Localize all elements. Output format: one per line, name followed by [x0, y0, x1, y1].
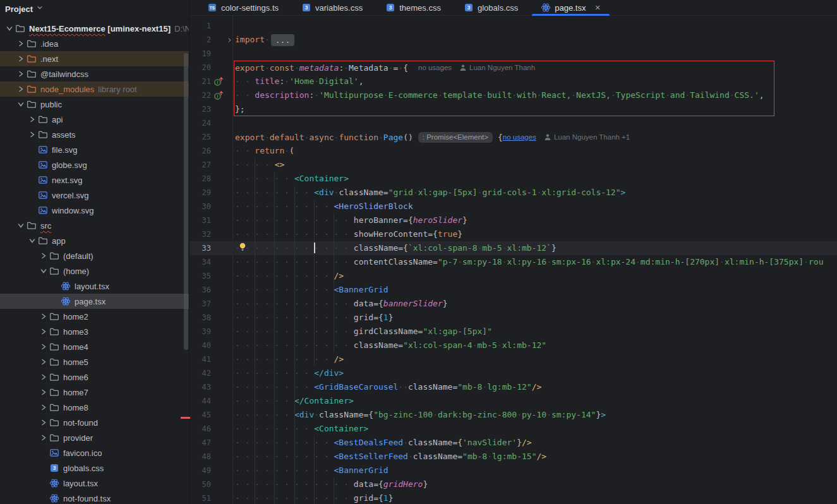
tree-item-next15-ecommerce[interactable]: Next15-Ecommerce [uminex-next15]D:\N: [0, 21, 190, 36]
code-line-1[interactable]: 1: [190, 19, 837, 33]
code-text[interactable]: · · · · · · · · · · <BannerGrid: [235, 464, 837, 477]
code-text[interactable]: · · · · · · · · · · · · grid={1}: [235, 491, 837, 504]
code-text[interactable]: export·default·async·function·Page(): Pr…: [235, 130, 837, 144]
code-text[interactable]: [235, 19, 837, 33]
code-line-26[interactable]: 26· · return·(: [190, 144, 837, 158]
override-gutter-icon[interactable]: I: [211, 88, 226, 102]
chevron-right-icon[interactable]: [38, 342, 49, 352]
chevron-right-icon[interactable]: [38, 417, 49, 428]
code-line-23[interactable]: 23};: [190, 102, 837, 116]
code-line-31[interactable]: 31· · · · · · · · · · · · heroBanner={he…: [190, 213, 837, 227]
close-icon[interactable]: ✕: [594, 4, 600, 11]
chevron-right-icon[interactable]: [38, 251, 49, 261]
code-text[interactable]: · · · · · · · · · · · · grid={1}: [235, 311, 837, 325]
code-text[interactable]: · · · · · · <Container>: [235, 172, 837, 186]
code-text[interactable]: · · · · · · · · <div·className="grid·xl:…: [235, 186, 837, 200]
code-text[interactable]: · · · · · · · · · · · · contentClassName…: [235, 255, 837, 269]
code-text[interactable]: [235, 47, 837, 61]
code-text[interactable]: · · · · · · · · · · <BannerGrid: [235, 283, 837, 297]
tree-item-next.svg[interactable]: next.svg: [0, 172, 190, 188]
code-line-41[interactable]: 41· · · · · · · · · · />: [190, 352, 837, 366]
code-line-36[interactable]: 36· · · · · · · · · · <BannerGrid: [190, 283, 837, 297]
code-line-29[interactable]: 29· · · · · · · · <div·className="grid·x…: [190, 186, 837, 200]
code-line-32[interactable]: 32· · · · · · · · · · · · showHeroConten…: [190, 227, 837, 241]
code-text[interactable]: · · · · · · · · </div>: [235, 366, 837, 380]
chevron-down-icon[interactable]: [35, 3, 44, 15]
code-editor[interactable]: 12import·...1920export·const·metadata:·M…: [190, 19, 837, 504]
code-text[interactable]: · · · · · · · · · · · · className={`xl:c…: [235, 241, 837, 255]
code-line-50[interactable]: 50· · · · · · · · · · · · data={gridHero…: [190, 477, 837, 491]
folded-code-chip[interactable]: ...: [271, 34, 294, 46]
chevron-right-icon[interactable]: [38, 433, 49, 443]
code-text[interactable]: · · · · · · · · · · · · data={bannerSlid…: [235, 297, 837, 311]
tree-item-node_modules[interactable]: node_moduleslibrary root: [0, 81, 190, 97]
chevron-right-icon[interactable]: [38, 387, 49, 397]
tree-item-(home)[interactable]: (home): [0, 263, 190, 279]
code-line-30[interactable]: 30· · · · · · · · · · <HeroSliderBlock: [190, 200, 837, 213]
tree-item-window.svg[interactable]: window.svg: [0, 203, 190, 218]
code-text[interactable]: [235, 116, 837, 130]
tab-color-settings-ts[interactable]: TScolor-settings.ts: [196, 0, 290, 15]
chevron-right-icon[interactable]: [38, 357, 49, 367]
code-line-19[interactable]: 19: [190, 47, 837, 61]
chevron-down-icon[interactable]: [15, 99, 27, 109]
code-line-37[interactable]: 37· · · · · · · · · · · · data={bannerSl…: [190, 297, 837, 311]
chevron-right-icon[interactable]: [38, 402, 49, 412]
code-line-45[interactable]: 45· · · · · · <div·className={"bg-zinc-1…: [190, 408, 837, 422]
tree-item-home4[interactable]: home4: [0, 339, 190, 354]
code-line-40[interactable]: 40· · · · · · · · · · · · className="xl:…: [190, 339, 837, 352]
tree-item-not-found.tsx[interactable]: not-found.tsx: [0, 491, 190, 504]
code-line-22[interactable]: 22I· · description:·'Multipurpose·E-comm…: [190, 88, 837, 102]
chevron-down-icon[interactable]: [4, 23, 15, 33]
code-line-2[interactable]: 2import·...: [190, 33, 837, 47]
code-text[interactable]: · · · · · · · · · · · · data={gridHero}: [235, 477, 837, 491]
tree-item-home2[interactable]: home2: [0, 309, 190, 324]
code-line-33[interactable]: 33· · · · · · · · · · · · className={`xl…: [190, 241, 837, 255]
code-line-44[interactable]: 44· · · · · · </Container>: [190, 394, 837, 408]
tree-item-home8[interactable]: home8: [0, 400, 190, 415]
code-line-34[interactable]: 34· · · · · · · · · · · · contentClassNa…: [190, 255, 837, 269]
override-gutter-icon[interactable]: I: [211, 75, 226, 88]
code-text[interactable]: · · · · · · · · <GridBaseCarousel··class…: [235, 380, 837, 394]
code-line-47[interactable]: 47· · · · · · · · · · <BestDealsFeed·cla…: [190, 436, 837, 450]
code-text[interactable]: export·const·metadata:·Metadata·=·{no us…: [235, 61, 837, 75]
tree-item-src[interactable]: src: [0, 218, 190, 233]
fold-arrow-icon[interactable]: [226, 33, 234, 47]
tree-item-globe.svg[interactable]: globe.svg: [0, 157, 190, 172]
code-text[interactable]: · · return·(: [235, 144, 837, 158]
tree-item-home6[interactable]: home6: [0, 369, 190, 385]
tree-item-vercel.svg[interactable]: vercel.svg: [0, 188, 190, 203]
tree-item-page.tsx[interactable]: page.tsx: [0, 294, 190, 309]
tree-item-home7[interactable]: home7: [0, 385, 190, 400]
chevron-right-icon[interactable]: [27, 114, 38, 124]
tree-item-not-found[interactable]: not-found: [0, 415, 190, 430]
chevron-right-icon[interactable]: [15, 54, 27, 64]
usages-link[interactable]: no usages: [503, 133, 536, 141]
code-line-38[interactable]: 38· · · · · · · · · · · · grid={1}: [190, 311, 837, 325]
chevron-right-icon[interactable]: [27, 129, 38, 140]
intention-bulb-icon[interactable]: [238, 242, 248, 253]
code-text[interactable]: · · · · · · · · · · <BestSellerFeed·clas…: [235, 450, 837, 464]
code-text[interactable]: · · description:·'Multipurpose·E-commerc…: [235, 88, 837, 102]
code-text[interactable]: · · · · · · · · · · />: [235, 269, 837, 283]
code-text[interactable]: · · · · · · · · · · · · girdClassName="x…: [235, 325, 837, 339]
tree-item-provider[interactable]: provider: [0, 430, 190, 445]
tree-item-public[interactable]: public: [0, 97, 190, 112]
code-line-21[interactable]: 21I· · title:·'Home·Digital',: [190, 75, 837, 88]
code-text[interactable]: · · · · · · · · · · · · heroBanner={hero…: [235, 213, 837, 227]
chevron-down-icon[interactable]: [15, 220, 27, 231]
code-line-25[interactable]: 25export·default·async·function·Page(): …: [190, 130, 837, 144]
code-line-46[interactable]: 46· · · · · · · · <Container>: [190, 422, 837, 436]
tab-globals-css[interactable]: 3globals.css: [452, 0, 529, 15]
chevron-right-icon[interactable]: [15, 69, 27, 79]
tree-item-(default)[interactable]: (default): [0, 248, 190, 263]
tree-item-file.svg[interactable]: file.svg: [0, 142, 190, 157]
code-text[interactable]: };: [235, 102, 837, 116]
code-line-49[interactable]: 49· · · · · · · · · · <BannerGrid: [190, 464, 837, 477]
tree-item-.idea[interactable]: .idea: [0, 36, 190, 51]
tree-item-favicon.ico[interactable]: favicon.ico: [0, 445, 190, 460]
code-text[interactable]: · · · · · · </Container>: [235, 394, 837, 408]
tree-item-home3[interactable]: home3: [0, 324, 190, 339]
code-text[interactable]: · · · · <>: [235, 158, 837, 172]
tree-scrollbar[interactable]: [184, 53, 188, 350]
